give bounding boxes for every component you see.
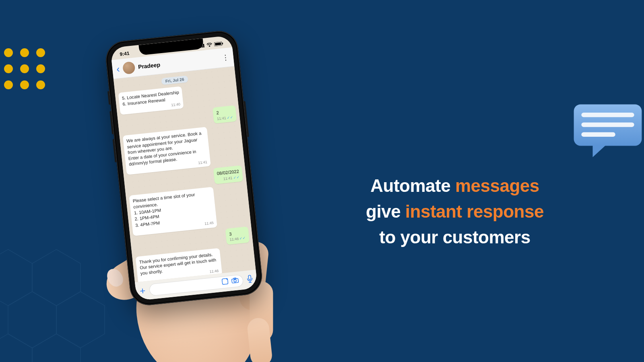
headline-accent2: instant response — [405, 202, 544, 221]
headline-part1: Automate — [370, 176, 455, 195]
date-chip: Fri, Jul 26 — [161, 76, 188, 85]
hand-holding-phone: 9:41 ‹ Pradeep ⋮ Fri, Jul 26 5. Locate N… — [48, 25, 306, 362]
svg-point-19 — [234, 280, 237, 282]
mic-button[interactable] — [247, 274, 254, 285]
svg-rect-7 — [581, 113, 634, 117]
svg-rect-15 — [215, 42, 221, 45]
headline-accent1: messages — [455, 176, 539, 195]
read-ticks-icon: ✓✓ — [233, 175, 240, 180]
svg-marker-0 — [0, 249, 32, 306]
svg-rect-8 — [581, 122, 634, 127]
dot-grid-decoration — [4, 48, 45, 89]
svg-rect-16 — [222, 43, 223, 44]
back-button[interactable]: ‹ — [116, 63, 120, 75]
contact-name[interactable]: Pradeep — [138, 61, 161, 70]
svg-marker-5 — [32, 334, 80, 362]
status-time: 9:41 — [120, 50, 130, 57]
svg-rect-21 — [248, 275, 251, 280]
message-time: 11:46✓✓ — [229, 236, 246, 243]
svg-marker-4 — [0, 334, 32, 362]
phone-screen: 9:41 ‹ Pradeep ⋮ Fri, Jul 26 5. Locate N… — [110, 35, 258, 301]
attach-button[interactable]: + — [139, 285, 146, 297]
chat-bubble-3d-icon — [568, 101, 644, 161]
svg-marker-2 — [8, 292, 56, 348]
svg-rect-10 — [198, 47, 200, 48]
svg-rect-12 — [201, 45, 203, 47]
phone-mockup: 9:41 ‹ Pradeep ⋮ Fri, Jul 26 5. Locate N… — [104, 29, 264, 307]
wifi-icon — [206, 43, 213, 47]
svg-rect-11 — [200, 46, 201, 48]
read-ticks-icon: ✓✓ — [239, 236, 246, 241]
avatar[interactable] — [122, 61, 136, 74]
sticker-icon[interactable] — [221, 278, 229, 287]
marketing-headline: Automate messages give instant response … — [314, 173, 596, 250]
battery-icon — [214, 41, 223, 46]
headline-part2: give — [366, 202, 405, 221]
message-text: 2 — [216, 109, 233, 116]
read-ticks-icon: ✓✓ — [227, 115, 233, 120]
message-text: 3 — [229, 229, 246, 237]
svg-rect-9 — [581, 132, 615, 137]
message-time: 11:41✓✓ — [217, 115, 234, 121]
svg-rect-13 — [203, 44, 204, 47]
signal-icon — [198, 43, 205, 48]
more-menu-icon[interactable]: ⋮ — [221, 53, 230, 62]
camera-icon[interactable] — [231, 277, 239, 285]
chat-body[interactable]: Fri, Jul 26 5. Locate Nearest Dealership… — [114, 66, 256, 282]
headline-part3: to your customers — [379, 227, 530, 247]
